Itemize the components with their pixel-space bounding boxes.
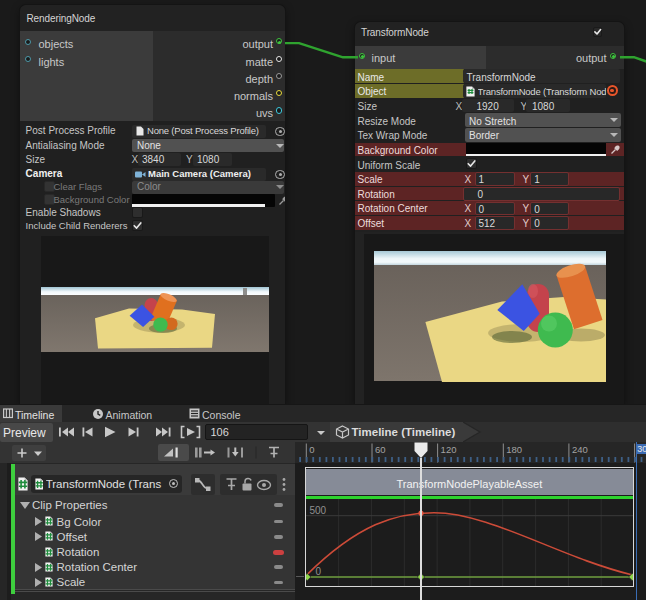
svg-text:0: 0 [309,444,314,455]
svg-text:60: 60 [375,444,386,455]
svg-text:180: 180 [506,444,522,455]
svg-text:240: 240 [572,444,588,455]
svg-text:500: 500 [310,505,327,516]
svg-text:120: 120 [441,444,457,455]
svg-text:0: 0 [316,565,322,576]
